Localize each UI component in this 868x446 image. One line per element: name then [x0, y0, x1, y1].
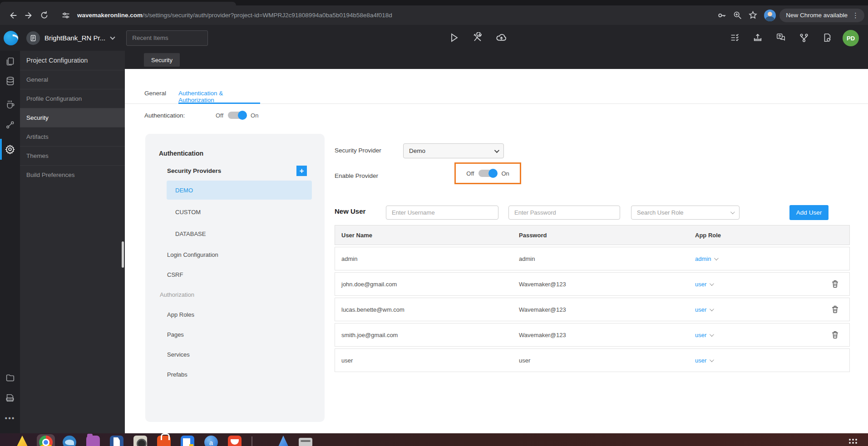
cell-app-role[interactable]: user	[689, 332, 849, 338]
browser-profile-avatar[interactable]	[764, 10, 776, 21]
delete-user-trash-icon[interactable]	[831, 330, 839, 339]
settings-gear-icon[interactable]	[0, 140, 20, 158]
more-options-icon[interactable]: •••	[0, 409, 20, 427]
auth-nav-row[interactable]: DEMO	[145, 179, 325, 201]
auth-nav-row[interactable]: DATABASE	[145, 223, 325, 245]
project-name[interactable]: BrightBank_RN Pr...	[44, 34, 105, 42]
taskbar-app-slot[interactable]	[157, 436, 171, 446]
authentication-switch[interactable]	[228, 112, 246, 119]
taskbar-app-icon-files[interactable]	[86, 436, 100, 446]
sidebar-menu-item[interactable]: Security	[20, 108, 125, 127]
url-bar[interactable]: wavemakeronline.com /s/settings/security…	[77, 12, 392, 19]
taskbar-app-slot[interactable]	[275, 436, 289, 446]
taskbar-app-icon-prism[interactable]	[275, 436, 289, 446]
delete-user-trash-icon[interactable]	[831, 304, 839, 314]
browser-menu-kebab-icon[interactable]: ⋮	[850, 11, 861, 20]
password-input[interactable]	[508, 206, 620, 220]
sidebar-menu-item[interactable]: General	[20, 70, 125, 89]
database-icon[interactable]	[0, 72, 20, 90]
security-provider-select[interactable]: Demo	[403, 143, 504, 158]
zoom-icon[interactable]	[730, 9, 745, 22]
show-apps-grid-icon[interactable]	[849, 439, 857, 444]
add-provider-button[interactable]: +	[296, 166, 307, 176]
project-chevron-down-icon[interactable]	[110, 34, 115, 39]
cell-app-role[interactable]: admin	[689, 255, 849, 262]
taskbar-app-icon-keyboard[interactable]	[299, 438, 312, 446]
taskbar-app-slot[interactable]	[252, 436, 265, 446]
taskbar-app-icon-separator[interactable]	[252, 436, 252, 446]
sidebar-menu-item[interactable]: Artifacts	[20, 127, 125, 146]
api-connector-icon[interactable]	[0, 116, 20, 134]
auth-nav-row[interactable]: Authentication	[145, 145, 325, 162]
taskbar-app-icon-sphere-a[interactable]: a	[204, 436, 218, 446]
taskbar-app-slot[interactable]	[15, 436, 29, 446]
user-avatar[interactable]: PD	[843, 30, 859, 46]
checklist-icon[interactable]	[725, 29, 744, 46]
browser-active-tab[interactable]	[0, 2, 236, 5]
taskbar-app-slot[interactable]	[86, 436, 100, 446]
taskbar-app-slot[interactable]	[228, 436, 242, 446]
tab-general[interactable]: General	[144, 86, 166, 104]
taskbar-app-icon-docs-blue[interactable]	[181, 436, 194, 446]
recent-items-input[interactable]	[127, 31, 207, 45]
taskbar-app-icon-red-app[interactable]	[228, 436, 242, 446]
back-icon[interactable]	[5, 9, 21, 22]
sidebar-menu-item[interactable]: Themes	[20, 146, 125, 165]
taskbar-app-icon-chrome[interactable]	[39, 436, 53, 446]
chrome-update-pill[interactable]: New Chrome available ⋮	[779, 9, 864, 22]
username-input[interactable]	[386, 206, 498, 220]
auth-nav-row[interactable]: Authorization	[145, 284, 325, 304]
sidebar-menu-item[interactable]: Profile Configuration	[20, 89, 125, 108]
java-services-icon[interactable]	[0, 95, 20, 113]
run-play-icon[interactable]	[445, 29, 463, 46]
sidebar-menu-item[interactable]: Build Preferences	[20, 165, 125, 184]
auth-nav-row[interactable]: App Roles	[145, 304, 325, 324]
taskbar-app-icon-bird-mail[interactable]	[63, 436, 76, 446]
folder-icon[interactable]	[0, 368, 20, 387]
taskbar-app-icon-store-bag[interactable]	[157, 436, 171, 446]
taskbar-app-icon-photos[interactable]	[15, 436, 29, 446]
user-role-select[interactable]: Search User Role	[631, 206, 740, 220]
project-avatar-icon[interactable]	[26, 31, 40, 45]
taskbar-app-slot[interactable]	[133, 436, 147, 446]
wavemaker-logo-icon[interactable]	[4, 31, 18, 45]
auth-nav-row[interactable]: CUSTOM	[145, 201, 325, 223]
auth-nav-row[interactable]: Pages	[145, 324, 325, 344]
branch-fork-icon[interactable]	[795, 29, 813, 46]
workspace-tab-security[interactable]: Security	[144, 53, 180, 67]
taskbar-app-icon-camera[interactable]	[133, 436, 147, 446]
reload-icon[interactable]	[36, 9, 52, 22]
tab-authentication-authorization[interactable]: Authentication & Authorization	[178, 86, 260, 104]
site-info-tune-icon[interactable]	[58, 9, 74, 22]
delete-user-trash-icon[interactable]	[831, 279, 839, 289]
cell-app-role[interactable]: user	[689, 306, 849, 313]
taskbar-app-slot[interactable]	[63, 436, 76, 446]
taskbar-app-slot[interactable]	[39, 436, 53, 446]
taskbar-app-icon-writer-doc[interactable]	[110, 436, 123, 446]
cloud-upload-icon[interactable]	[492, 29, 510, 46]
add-user-button[interactable]: Add User	[789, 205, 829, 220]
menu-scrollbar-thumb[interactable]	[122, 241, 124, 268]
log-file-icon[interactable]: LOG	[0, 389, 20, 407]
auth-nav-row[interactable]: Prefabs	[145, 364, 325, 384]
bookmark-star-icon[interactable]	[745, 9, 760, 22]
build-tools-icon[interactable]	[469, 29, 487, 46]
forward-icon[interactable]	[21, 9, 36, 22]
taskbar-app-slot[interactable]	[110, 436, 123, 446]
translate-icon[interactable]	[772, 29, 790, 46]
auth-nav-row[interactable]: CSRF	[145, 265, 325, 284]
auth-nav-row[interactable]: Services	[145, 344, 325, 364]
auth-nav-row[interactable]: Security Providers +	[145, 162, 325, 179]
auth-nav-row[interactable]: Login Configuration	[145, 245, 325, 265]
taskbar-app-slot[interactable]	[181, 436, 194, 446]
enable-provider-switch[interactable]	[478, 170, 497, 177]
password-key-icon[interactable]	[714, 9, 730, 22]
recent-items-box[interactable]	[126, 30, 208, 46]
export-deploy-icon[interactable]	[749, 29, 767, 46]
pages-icon[interactable]	[0, 52, 20, 70]
cell-app-role[interactable]: user	[689, 357, 849, 364]
taskbar-app-slot[interactable]: a	[204, 436, 218, 446]
cell-app-role[interactable]: user	[689, 281, 849, 288]
file-sync-icon[interactable]	[818, 29, 836, 46]
taskbar-app-slot[interactable]	[299, 436, 312, 446]
